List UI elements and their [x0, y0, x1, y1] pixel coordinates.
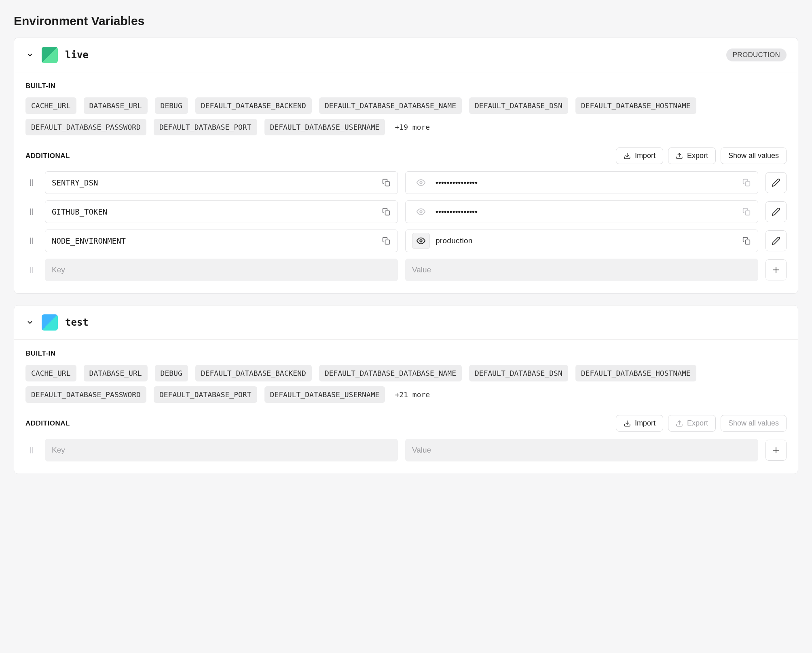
- page-title: Environment Variables: [14, 14, 798, 28]
- builtin-chip-row: CACHE_URL DATABASE_URL DEBUG DEFAULT_DAT…: [25, 97, 787, 135]
- environment-card-test: test BUILT-IN CACHE_URL DATABASE_URL DEB…: [14, 305, 798, 474]
- show-all-values-button[interactable]: Show all values: [721, 147, 787, 164]
- variable-key-field[interactable]: NODE_ENVIRONMENT: [45, 230, 398, 252]
- chevron-down-icon[interactable]: [25, 318, 34, 327]
- edit-button[interactable]: [765, 230, 787, 251]
- show-all-label: Show all values: [728, 152, 779, 160]
- variable-key-text: GITHUB_TOKEN: [52, 207, 381, 216]
- builtin-chip[interactable]: CACHE_URL: [25, 97, 76, 114]
- eye-icon[interactable]: [412, 233, 430, 249]
- environment-icon: [42, 47, 58, 63]
- export-button[interactable]: Export: [668, 147, 716, 164]
- edit-button[interactable]: [765, 201, 787, 222]
- builtin-chip[interactable]: DATABASE_URL: [84, 97, 148, 114]
- variable-row: GITHUB_TOKEN •••••••••••••••: [25, 200, 787, 223]
- svg-rect-16: [746, 240, 750, 244]
- builtin-label: BUILT-IN: [25, 350, 787, 358]
- environment-name: live: [65, 49, 89, 61]
- builtin-chip[interactable]: DEFAULT_DATABASE_HOSTNAME: [575, 365, 696, 381]
- builtin-chip[interactable]: DEFAULT_DATABASE_HOSTNAME: [575, 97, 696, 114]
- builtin-chip[interactable]: DEFAULT_DATABASE_BACKEND: [195, 97, 312, 114]
- variable-new-row: Key Value: [25, 439, 787, 461]
- eye-icon[interactable]: [412, 204, 430, 220]
- show-all-label: Show all values: [728, 419, 779, 428]
- builtin-chip[interactable]: DEFAULT_DATABASE_PORT: [154, 119, 257, 135]
- export-label: Export: [687, 152, 708, 160]
- copy-icon[interactable]: [742, 178, 751, 187]
- builtin-chip[interactable]: DEFAULT_DATABASE_PASSWORD: [25, 119, 146, 135]
- import-label: Import: [635, 152, 656, 160]
- builtin-chip[interactable]: DEFAULT_DATABASE_PASSWORD: [25, 386, 146, 403]
- variable-key-field[interactable]: SENTRY_DSN: [45, 171, 398, 194]
- copy-icon[interactable]: [742, 236, 751, 246]
- builtin-chip[interactable]: DEFAULT_DATABASE_DATABASE_NAME: [319, 365, 462, 381]
- import-button[interactable]: Import: [616, 415, 663, 432]
- drag-handle-icon[interactable]: [25, 179, 38, 187]
- builtin-chip[interactable]: DEFAULT_DATABASE_DATABASE_NAME: [319, 97, 462, 114]
- builtin-chip-row: CACHE_URL DATABASE_URL DEBUG DEFAULT_DAT…: [25, 365, 787, 403]
- value-placeholder: Value: [412, 446, 751, 455]
- production-badge: PRODUCTION: [726, 48, 787, 61]
- svg-point-5: [420, 181, 422, 184]
- variable-value-field[interactable]: production: [405, 230, 758, 252]
- svg-rect-9: [385, 211, 390, 215]
- builtin-chip[interactable]: DEFAULT_DATABASE_PORT: [154, 386, 257, 403]
- svg-rect-4: [385, 182, 390, 186]
- eye-icon[interactable]: [412, 175, 430, 191]
- variable-row: SENTRY_DSN •••••••••••••••: [25, 171, 787, 194]
- drag-handle-icon[interactable]: [25, 237, 38, 245]
- import-label: Import: [635, 419, 656, 428]
- copy-icon[interactable]: [742, 207, 751, 217]
- svg-rect-14: [385, 240, 390, 244]
- drag-handle-icon[interactable]: [25, 208, 38, 216]
- builtin-chip[interactable]: DEBUG: [155, 365, 188, 381]
- new-key-input[interactable]: Key: [45, 439, 398, 461]
- copy-icon[interactable]: [381, 178, 391, 187]
- new-key-input[interactable]: Key: [45, 259, 398, 281]
- copy-icon[interactable]: [381, 236, 391, 246]
- new-value-input[interactable]: Value: [405, 439, 758, 461]
- variable-key-text: SENTRY_DSN: [52, 178, 381, 187]
- svg-rect-11: [746, 211, 750, 215]
- variable-value-field[interactable]: •••••••••••••••: [405, 171, 758, 194]
- import-button[interactable]: Import: [616, 147, 663, 164]
- environment-icon: [42, 314, 58, 331]
- environment-card-live: live PRODUCTION BUILT-IN CACHE_URL DATAB…: [14, 38, 798, 294]
- export-label: Export: [687, 419, 708, 428]
- key-placeholder: Key: [52, 265, 391, 274]
- copy-icon[interactable]: [381, 207, 391, 217]
- builtin-chip[interactable]: DEFAULT_DATABASE_USERNAME: [264, 119, 385, 135]
- variable-row: NODE_ENVIRONMENT production: [25, 230, 787, 252]
- drag-handle-icon: [25, 266, 38, 274]
- variable-value-masked: •••••••••••••••: [436, 178, 742, 187]
- additional-label: ADDITIONAL: [25, 152, 611, 160]
- variable-key-text: NODE_ENVIRONMENT: [52, 236, 381, 245]
- variable-value-field[interactable]: •••••••••••••••: [405, 200, 758, 223]
- export-button: Export: [668, 415, 716, 432]
- variable-key-field[interactable]: GITHUB_TOKEN: [45, 200, 398, 223]
- builtin-more-link[interactable]: +21 more: [392, 386, 432, 403]
- key-placeholder: Key: [52, 446, 391, 455]
- environment-header: live PRODUCTION: [14, 38, 798, 72]
- edit-button[interactable]: [765, 172, 787, 193]
- builtin-chip[interactable]: DATABASE_URL: [84, 365, 148, 381]
- builtin-chip[interactable]: DEFAULT_DATABASE_DSN: [469, 365, 568, 381]
- builtin-chip[interactable]: DEFAULT_DATABASE_USERNAME: [264, 386, 385, 403]
- svg-rect-6: [746, 182, 750, 186]
- new-value-input[interactable]: Value: [405, 259, 758, 281]
- builtin-chip[interactable]: CACHE_URL: [25, 365, 76, 381]
- add-button[interactable]: [765, 259, 787, 280]
- chevron-down-icon[interactable]: [25, 51, 34, 59]
- builtin-chip[interactable]: DEBUG: [155, 97, 188, 114]
- builtin-chip[interactable]: DEFAULT_DATABASE_DSN: [469, 97, 568, 114]
- show-all-values-button: Show all values: [721, 415, 787, 432]
- builtin-chip[interactable]: DEFAULT_DATABASE_BACKEND: [195, 365, 312, 381]
- value-placeholder: Value: [412, 265, 751, 274]
- svg-point-10: [420, 211, 422, 213]
- svg-point-15: [420, 240, 422, 242]
- builtin-label: BUILT-IN: [25, 82, 787, 90]
- builtin-more-link[interactable]: +19 more: [392, 119, 432, 135]
- environment-name: test: [65, 317, 89, 328]
- variable-new-row: Key Value: [25, 259, 787, 281]
- add-button[interactable]: [765, 440, 787, 461]
